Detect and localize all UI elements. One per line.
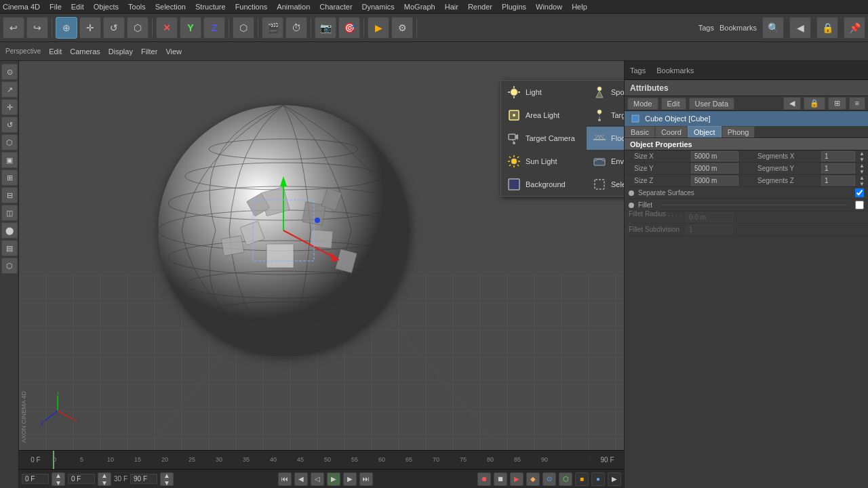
param-btn[interactable]: ⬡ xyxy=(559,472,572,486)
menu-item-environment[interactable]: Environment xyxy=(587,150,624,173)
timeline-track[interactable]: 0 5 10 15 20 25 30 35 40 45 50 55 60 65 … xyxy=(53,451,590,469)
left-btn-11[interactable]: ▤ xyxy=(1,240,18,256)
bookmarks-label[interactable]: Bookmarks xyxy=(719,24,757,32)
move-tool-button[interactable]: ✛ xyxy=(79,17,101,39)
next-frame-button[interactable]: ▶ xyxy=(343,472,357,486)
menu-item-background[interactable]: Background xyxy=(501,173,587,196)
menu-tools[interactable]: Tools xyxy=(128,3,146,11)
current-frame-input[interactable] xyxy=(22,474,49,484)
frame-end-input[interactable] xyxy=(130,474,157,484)
menu-file[interactable]: File xyxy=(50,3,62,11)
menu-structure[interactable]: Structure xyxy=(195,3,226,11)
keyframe-btn[interactable]: ◆ xyxy=(526,472,540,486)
viewport-filter[interactable]: Filter xyxy=(141,47,157,56)
fillet-checkbox[interactable] xyxy=(855,201,864,209)
frame-start-input[interactable] xyxy=(68,474,95,484)
menu-hair[interactable]: Hair xyxy=(445,3,458,11)
left-btn-8[interactable]: ⊟ xyxy=(1,187,18,203)
go-end-button[interactable]: ⏭ xyxy=(359,472,373,486)
user-data-button[interactable]: User Data xyxy=(689,98,735,110)
tags-label[interactable]: Tags xyxy=(698,24,714,32)
more-button[interactable]: ≡ xyxy=(849,97,865,110)
left-btn-5[interactable]: ⬡ xyxy=(1,134,18,150)
menu-item-floor[interactable]: Floor xyxy=(587,127,624,150)
tab-coord[interactable]: Coord xyxy=(655,126,688,138)
left-btn-9[interactable]: ◫ xyxy=(1,205,18,221)
left-btn-10[interactable]: ⬤ xyxy=(1,222,18,239)
nav-back-button[interactable]: ◀ xyxy=(789,17,811,39)
nav-pin-button[interactable]: 📌 xyxy=(844,17,865,39)
tab-basic[interactable]: Basic xyxy=(625,126,655,138)
menu-render[interactable]: Render xyxy=(468,3,492,11)
menu-item-selection[interactable]: Selection xyxy=(587,173,624,196)
left-btn-7[interactable]: ⊞ xyxy=(1,169,18,186)
edit-button[interactable]: Edit xyxy=(661,98,686,110)
y-button[interactable]: Y xyxy=(180,17,201,39)
pose-btn[interactable]: ● xyxy=(591,472,605,486)
redo-button[interactable]: ↪ xyxy=(26,17,48,39)
menu-edit[interactable]: Edit xyxy=(71,3,84,11)
go-start-button[interactable]: ⏮ xyxy=(278,472,292,486)
left-btn-1[interactable]: ⊙ xyxy=(1,64,18,80)
viewport-display[interactable]: Display xyxy=(108,47,133,56)
menu-objects[interactable]: Objects xyxy=(94,3,119,11)
nav-prev-button[interactable]: ◀ xyxy=(783,97,801,110)
viewport-view[interactable]: View xyxy=(165,47,182,56)
menu-dynamics[interactable]: Dynamics xyxy=(362,3,395,11)
mix-btn[interactable]: ▶ xyxy=(608,472,621,486)
size-y-input[interactable] xyxy=(691,163,738,174)
playback-step-up[interactable]: ▲▼ xyxy=(160,472,174,486)
menu-mograph[interactable]: MoGraph xyxy=(404,3,435,11)
left-btn-3[interactable]: ✛ xyxy=(1,99,18,115)
menu-functions[interactable]: Functions xyxy=(235,3,268,11)
tab-object[interactable]: Object xyxy=(688,126,722,138)
menu-item-target-light[interactable]: Target Light xyxy=(587,104,624,127)
point-btn[interactable]: ■ xyxy=(575,472,589,486)
menu-character[interactable]: Character xyxy=(319,3,352,11)
mode-button[interactable]: Mode xyxy=(627,98,658,110)
lock-button[interactable]: 🔒 xyxy=(804,97,825,110)
tab-phong[interactable]: Phong xyxy=(722,126,755,138)
menu-window[interactable]: Window xyxy=(536,3,562,11)
record-stop-btn[interactable]: ⏹ xyxy=(494,472,507,486)
rotate-tool-button[interactable]: ↺ xyxy=(103,17,125,39)
menu-animation[interactable]: Animation xyxy=(277,3,310,11)
x-button[interactable]: ✕ xyxy=(156,17,178,39)
timeline-button[interactable]: ⏱ xyxy=(285,17,307,39)
record-play-btn[interactable]: ▶ xyxy=(510,472,524,486)
render-settings-button[interactable]: ⚙ xyxy=(391,17,413,39)
menu-item-area-light[interactable]: Area Light xyxy=(501,104,587,127)
motion-btn[interactable]: ⊙ xyxy=(542,472,556,486)
playback-step-down[interactable]: ▲▼ xyxy=(52,472,65,486)
segments-y-spinner[interactable]: ▲ ▼ xyxy=(859,163,865,175)
viewport-3d[interactable]: Y X Z AXON CINEMA 4D xyxy=(19,61,624,450)
prev-frame-button[interactable]: ◀ xyxy=(294,472,308,486)
menu-selection[interactable]: Selection xyxy=(155,3,186,11)
expand-button[interactable]: ⊞ xyxy=(828,97,846,110)
search-icon[interactable]: 🔍 xyxy=(762,17,784,39)
segments-x-input[interactable] xyxy=(821,151,855,161)
menu-plugins[interactable]: Plugins xyxy=(502,3,526,11)
target-button[interactable]: 🎯 xyxy=(338,17,360,39)
menu-item-light[interactable]: Light xyxy=(501,81,587,104)
play-forward-button[interactable]: ▶ xyxy=(327,472,340,486)
play-back-button[interactable]: ◁ xyxy=(311,472,324,486)
segments-x-spinner[interactable]: ▲ ▼ xyxy=(859,150,865,163)
menu-item-spot-light[interactable]: Spot Light xyxy=(587,81,624,104)
camera-button[interactable]: 📷 xyxy=(315,17,336,39)
menu-help[interactable]: Help xyxy=(572,3,587,11)
left-btn-4[interactable]: ↺ xyxy=(1,117,18,133)
size-z-input[interactable] xyxy=(691,176,738,186)
undo-button[interactable]: ↩ xyxy=(3,17,24,39)
size-x-input[interactable] xyxy=(691,151,738,161)
segments-z-input[interactable] xyxy=(821,176,855,186)
left-btn-2[interactable]: ↗ xyxy=(1,81,18,98)
viewport-cameras[interactable]: Cameras xyxy=(70,47,100,56)
z-button[interactable]: Z xyxy=(203,17,225,39)
nav-lock-button[interactable]: 🔒 xyxy=(816,17,838,39)
render-button[interactable]: ▶ xyxy=(368,17,389,39)
menu-item-sun-light[interactable]: Sun Light xyxy=(501,150,587,173)
scale-tool-button[interactable]: ⬡ xyxy=(127,17,149,39)
new-object-button[interactable]: ⬡ xyxy=(233,17,254,39)
menu-item-target-camera[interactable]: Target Camera xyxy=(501,127,587,150)
